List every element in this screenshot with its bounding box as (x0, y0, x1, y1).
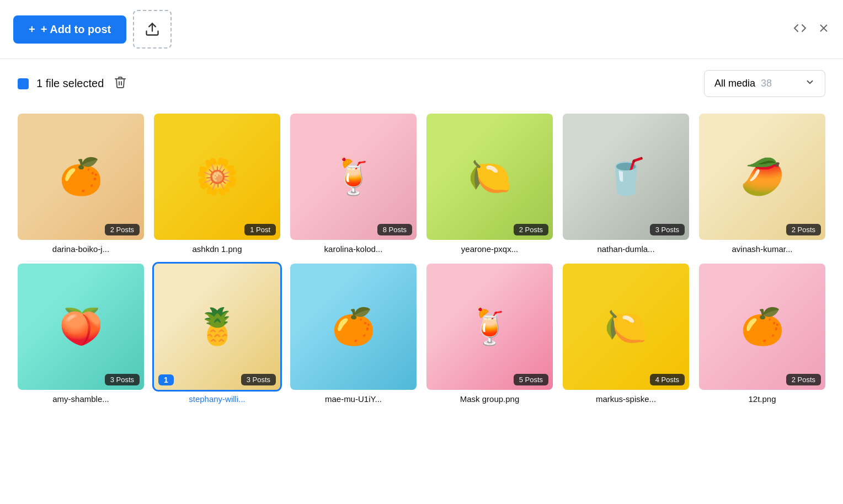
posts-badge: 4 Posts (650, 374, 685, 385)
list-item[interactable]: 🍹5 PostsMask group.png (426, 264, 553, 404)
posts-badge: 1 Post (244, 224, 276, 235)
close-icon[interactable] (818, 22, 830, 37)
grid-item-name: markus-spiske... (563, 394, 689, 404)
grid-item-name: darina-boiko-j... (18, 244, 144, 254)
list-item[interactable]: 🍊2 Postsdarina-boiko-j... (18, 114, 144, 254)
delete-button[interactable] (111, 73, 129, 94)
media-filter-count: 38 (761, 78, 772, 89)
list-item[interactable]: 🌼1 Postashkdn 1.png (154, 114, 280, 254)
chevron-down-icon (805, 77, 815, 90)
posts-badge: 8 Posts (377, 224, 412, 235)
header-actions (793, 22, 830, 37)
posts-badge: 2 Posts (786, 374, 821, 385)
grid-item-name: nathan-dumla... (563, 244, 689, 254)
list-item[interactable]: 🍊mae-mu-U1iY... (290, 264, 417, 404)
grid-item-name: stephany-willi... (154, 394, 280, 404)
grid-item-name: Mask group.png (426, 394, 553, 404)
grid-item-name: yearone-pxqx... (426, 244, 553, 254)
grid-item-name: karolina-kolod... (290, 244, 417, 254)
grid-item-name: avinash-kumar... (699, 244, 825, 254)
posts-badge: 3 Posts (241, 374, 276, 385)
list-item[interactable]: 🍹8 Postskarolina-kolod... (290, 114, 417, 254)
code-icon[interactable] (793, 22, 807, 37)
posts-badge: 2 Posts (105, 224, 140, 235)
list-item[interactable]: 🍊2 Posts12t.png (699, 264, 825, 404)
header: + + Add to post (0, 0, 843, 59)
add-to-post-button[interactable]: + + Add to post (13, 15, 126, 44)
list-item[interactable]: 🥤3 Postsnathan-dumla... (563, 114, 689, 254)
grid-item-name: 12t.png (699, 394, 825, 404)
selected-badge: 1 (158, 374, 174, 385)
list-item[interactable]: 🍍3 Posts1stephany-willi... (154, 264, 280, 404)
media-filter-label: All media (714, 78, 755, 89)
toolbar: 1 file selected All media 38 (0, 59, 843, 108)
select-all-checkbox[interactable] (18, 78, 29, 89)
posts-badge: 3 Posts (105, 374, 140, 385)
posts-badge: 5 Posts (514, 374, 548, 385)
list-item[interactable]: 🍋4 Postsmarkus-spiske... (563, 264, 689, 404)
upload-icon (145, 22, 160, 37)
grid-item-name: amy-shamble... (18, 394, 144, 404)
list-item[interactable]: 🍋2 Postsyearone-pxqx... (426, 114, 553, 254)
list-item[interactable]: 🥭2 Postsavinash-kumar... (699, 114, 825, 254)
plus-icon: + (29, 23, 35, 36)
media-grid: 🍊2 Postsdarina-boiko-j...🌼1 Postashkdn 1… (0, 108, 843, 415)
upload-button[interactable] (133, 10, 172, 49)
list-item[interactable]: 🍑3 Postsamy-shamble... (18, 264, 144, 404)
add-to-post-label: + Add to post (41, 23, 111, 36)
posts-badge: 3 Posts (650, 224, 685, 235)
media-filter-dropdown[interactable]: All media 38 (704, 70, 825, 97)
grid-item-name: mae-mu-U1iY... (290, 394, 417, 404)
trash-icon (114, 76, 127, 89)
grid-item-name: ashkdn 1.png (154, 244, 280, 254)
file-selected-text: 1 file selected (36, 77, 104, 90)
posts-badge: 2 Posts (786, 224, 821, 235)
posts-badge: 2 Posts (514, 224, 548, 235)
